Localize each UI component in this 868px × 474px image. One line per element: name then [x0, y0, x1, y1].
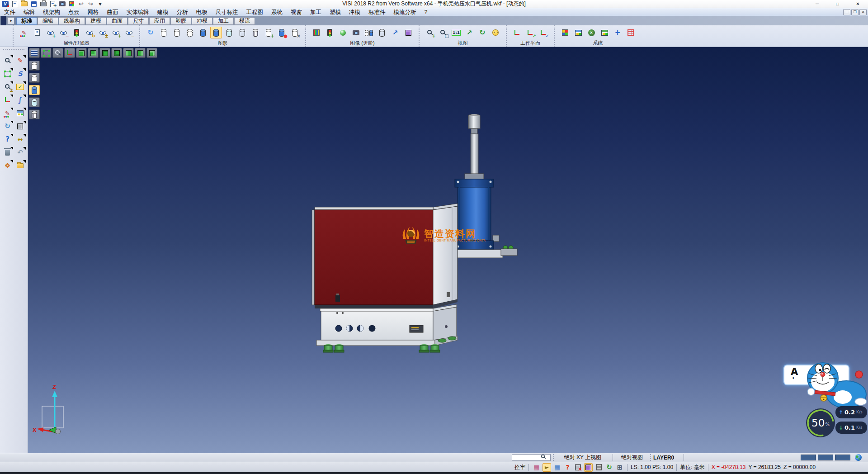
point-select-icon[interactable]: +	[612, 27, 623, 38]
workplane-align-icon[interactable]: ↗	[524, 27, 536, 38]
navigate-wheel-icon[interactable]: ☸	[2, 160, 14, 171]
globe-icon[interactable]	[855, 454, 862, 461]
zoom-all-icon[interactable]: +	[424, 27, 436, 38]
query-icon[interactable]: ?	[2, 133, 14, 145]
eye-plusminus-icon[interactable]: ±	[97, 27, 108, 38]
zoom-view-icon[interactable]	[52, 48, 63, 58]
active-layer-label[interactable]: LAYER0	[653, 455, 680, 461]
menu-item-电极[interactable]: 电极	[192, 8, 212, 16]
tab-加工[interactable]: 加工	[213, 17, 234, 25]
cube-front-icon[interactable]	[99, 48, 110, 58]
menu-item-?[interactable]: ?	[420, 8, 432, 16]
menu-item-标准件[interactable]: 标准件	[364, 8, 390, 16]
edit-pencil-icon[interactable]: ✎	[14, 55, 26, 66]
color-swatch-0[interactable]	[801, 455, 816, 460]
fit-view-icon[interactable]	[41, 48, 52, 58]
system-settings-icon[interactable]	[572, 27, 584, 38]
validate-check-icon[interactable]: ✓	[14, 81, 26, 93]
palette-small-icon[interactable]	[67, 0, 76, 8]
eye-plus-icon[interactable]: +	[110, 27, 122, 38]
visi-logo[interactable]: V	[1, 0, 9, 8]
display-hatched-icon[interactable]	[29, 109, 40, 119]
cylinder-shaded-icon[interactable]	[197, 27, 209, 38]
cylinder-material-icon[interactable]: ●	[276, 27, 288, 38]
camera-icon[interactable]	[350, 27, 362, 38]
save-icon[interactable]	[29, 0, 38, 8]
workplane-view-icon[interactable]: ✓	[538, 27, 549, 38]
menu-item-尺寸标注[interactable]: 尺寸标注	[212, 8, 242, 16]
menu-item-工程图[interactable]: 工程图	[242, 8, 268, 16]
snap-disable-icon[interactable]: ×	[574, 463, 582, 472]
axis-move-icon[interactable]	[2, 94, 14, 106]
tab-编辑[interactable]: 编辑	[38, 17, 58, 25]
open-file-icon[interactable]	[20, 0, 28, 8]
color-palette-icon[interactable]	[559, 27, 571, 38]
tab-应用[interactable]: 应用	[149, 17, 170, 25]
tab-模流[interactable]: 模流	[234, 17, 255, 25]
snap-solid-icon[interactable]	[584, 463, 593, 472]
menu-item-线架构[interactable]: 线架构	[39, 8, 64, 16]
graphics-settings-icon[interactable]: ×	[289, 27, 301, 38]
cube-iso-icon[interactable]	[146, 48, 157, 58]
zoom-select-icon[interactable]	[2, 55, 14, 66]
snap-grid-icon[interactable]: ▦	[553, 463, 561, 472]
cylinder-transparent-icon[interactable]	[223, 27, 235, 38]
shadow-cube-icon[interactable]	[402, 27, 414, 38]
display-hidden-icon[interactable]	[29, 73, 40, 83]
menu-item-加工[interactable]: 加工	[306, 8, 326, 16]
3d-viewport[interactable]: 智造资料网 INTELLIGENT MANUFACTURING DATA Z X…	[28, 47, 868, 453]
paste-special-icon[interactable]	[14, 160, 26, 171]
redo-small-icon[interactable]: ↪	[86, 0, 95, 8]
view-refresh-icon[interactable]: ↻	[476, 27, 488, 38]
ime-comma-glyph[interactable]: '	[792, 376, 794, 384]
cylinders-compare-icon[interactable]	[363, 27, 375, 38]
minimize-button[interactable]: ─	[807, 0, 827, 8]
undo-small-icon[interactable]: ↩	[77, 0, 85, 8]
menu-item-点云[interactable]: 点云	[64, 8, 84, 16]
maximize-button[interactable]: □	[827, 0, 848, 8]
tab-线架构[interactable]: 线架构	[59, 17, 85, 25]
color-swatch-1[interactable]	[818, 455, 833, 460]
menu-item-文件[interactable]: 文件	[0, 8, 19, 16]
cylinder-quality-icon[interactable]	[376, 27, 388, 38]
zoom-dynamic-icon[interactable]: ±	[2, 81, 14, 93]
display-wireframe-icon[interactable]	[29, 61, 40, 71]
delete-icon[interactable]	[2, 147, 14, 158]
cylinder-dashed-icon[interactable]	[184, 27, 196, 38]
render-sphere-icon[interactable]	[337, 27, 349, 38]
solid-cube-icon[interactable]	[14, 120, 26, 132]
cube-right-icon[interactable]	[135, 48, 146, 58]
cube-back-icon[interactable]	[111, 48, 122, 58]
view-mode-label[interactable]: 绝对视图	[616, 454, 648, 461]
color-swatch-2[interactable]	[835, 455, 850, 460]
menu-item-模流分析[interactable]: 模流分析	[390, 8, 420, 16]
measure-icon[interactable]: ↔	[14, 133, 26, 145]
layer-manager-icon[interactable]	[599, 27, 610, 38]
attributes-paint-icon[interactable]: ✎	[2, 107, 14, 119]
curve-edit-icon[interactable]: S	[14, 68, 26, 80]
view-position-label[interactable]: 绝对 XY 上视图	[556, 454, 609, 461]
eye-refresh-icon[interactable]: ↻	[84, 27, 95, 38]
mdi-minimize-button[interactable]: ─	[843, 9, 850, 15]
auto-rotate-icon[interactable]: ↻	[605, 463, 613, 472]
lock-label[interactable]: 拴牢	[514, 464, 525, 471]
cylinder-shaded-edges-icon[interactable]	[210, 27, 222, 38]
close-button[interactable]: ✕	[848, 0, 868, 8]
preview-icon[interactable]: +	[48, 0, 57, 8]
window-layout-icon[interactable]	[14, 107, 26, 119]
cylinder-section-icon[interactable]: +	[263, 27, 274, 38]
cylinder-hatched-icon[interactable]	[250, 27, 261, 38]
menu-item-视窗[interactable]: 视窗	[287, 8, 306, 16]
zoom-one-to-one-icon[interactable]: 1:1	[450, 27, 462, 38]
mdi-close-button[interactable]: ✕	[859, 9, 867, 15]
eye-add-pencil-icon[interactable]: +	[44, 27, 56, 38]
tab-冲模[interactable]: 冲模	[192, 17, 212, 25]
camera-icon[interactable]	[58, 0, 66, 8]
refresh-graphics-icon[interactable]: ↻	[145, 27, 156, 38]
tab-塑膜[interactable]: 塑膜	[170, 17, 191, 25]
grid-settings-icon[interactable]	[625, 27, 637, 38]
menu-item-系统[interactable]: 系统	[267, 8, 287, 16]
tab-建模[interactable]: 建模	[85, 17, 106, 25]
render-traffic-light-icon[interactable]	[324, 27, 335, 38]
tab-曲面[interactable]: 曲面	[107, 17, 127, 25]
